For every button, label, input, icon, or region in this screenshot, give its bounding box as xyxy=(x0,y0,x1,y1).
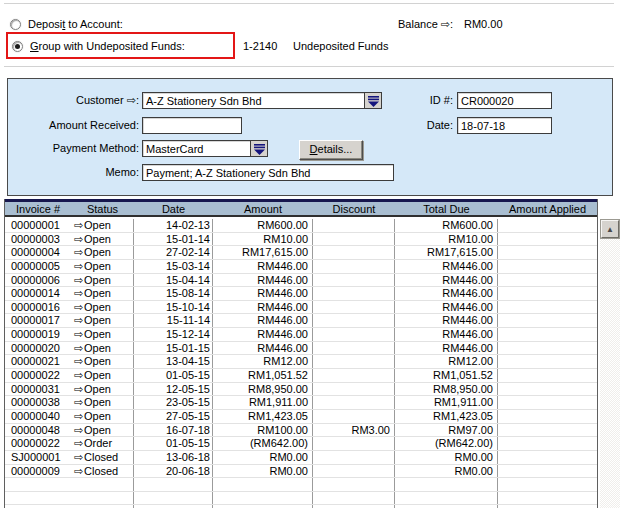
amount-applied-cell[interactable] xyxy=(498,465,597,478)
detail-arrow-icon[interactable]: ⇨ xyxy=(71,314,84,327)
table-row[interactable]: 00000001⇨Open14-02-13RM600.00RM600.00 xyxy=(5,219,597,233)
status-cell[interactable]: ⇨Open xyxy=(71,314,134,327)
discount-cell[interactable] xyxy=(313,274,395,287)
detail-arrow-icon[interactable]: ⇨ xyxy=(71,383,84,396)
amount-applied-cell[interactable] xyxy=(498,233,597,246)
status-cell[interactable]: ⇨Closed xyxy=(71,451,134,464)
detail-arrow-icon[interactable]: ⇨ xyxy=(71,287,84,300)
status-cell[interactable]: ⇨Open xyxy=(71,246,134,259)
amount-applied-cell[interactable] xyxy=(498,328,597,341)
detail-arrow-icon[interactable]: ⇨ xyxy=(71,369,84,382)
status-cell[interactable]: ⇨Open xyxy=(71,410,134,423)
amount-applied-cell[interactable] xyxy=(498,410,597,423)
detail-arrow-icon[interactable]: ⇨ xyxy=(71,396,84,409)
status-cell[interactable]: ⇨Open xyxy=(71,219,134,232)
discount-cell[interactable] xyxy=(313,219,395,232)
table-row[interactable]: 00000005⇨Open15-03-14RM446.00RM446.00 xyxy=(5,260,597,274)
payment-method-input[interactable] xyxy=(143,141,267,156)
table-row[interactable]: 00000016⇨Open15-10-14RM446.00RM446.00 xyxy=(5,301,597,315)
status-cell[interactable]: ⇨Open xyxy=(71,260,134,273)
amount-applied-cell[interactable] xyxy=(498,342,597,355)
table-row[interactable]: 00000022⇨Order01-05-15(RM642.00)(RM642.0… xyxy=(5,437,597,451)
status-cell[interactable]: ⇨Open xyxy=(71,328,134,341)
table-row[interactable]: 00000014⇨Open15-08-14RM446.00RM446.00 xyxy=(5,287,597,301)
table-row[interactable]: 00000006⇨Open15-04-14RM446.00RM446.00 xyxy=(5,274,597,288)
detail-arrow-icon[interactable]: ⇨ xyxy=(71,301,84,314)
detail-arrow-icon[interactable]: ⇨ xyxy=(71,355,84,368)
discount-cell[interactable] xyxy=(313,246,395,259)
status-cell[interactable]: ⇨Open xyxy=(71,396,134,409)
detail-arrow-icon[interactable]: ⇨ xyxy=(71,233,84,246)
status-cell[interactable]: ⇨Open xyxy=(71,274,134,287)
amount-received-field[interactable] xyxy=(142,117,242,134)
amount-applied-cell[interactable] xyxy=(498,424,597,437)
payment-method-dropdown-icon[interactable] xyxy=(250,141,267,156)
discount-cell[interactable] xyxy=(313,465,395,478)
status-cell[interactable]: ⇨Open xyxy=(71,383,134,396)
memo-input[interactable] xyxy=(143,165,393,180)
detail-arrow-icon[interactable]: ⇨ xyxy=(71,219,84,232)
scroll-up-icon[interactable]: ▲ xyxy=(601,220,619,238)
table-row[interactable]: 00000003⇨Open15-01-14RM10.00RM10.00 xyxy=(5,233,597,247)
customer-combo[interactable] xyxy=(142,92,382,109)
discount-cell[interactable] xyxy=(313,396,395,409)
detail-arrow-icon[interactable]: ⇨ xyxy=(71,424,84,437)
status-cell[interactable]: ⇨Open xyxy=(71,369,134,382)
detail-arrow-icon[interactable]: ⇨ xyxy=(71,410,84,423)
discount-cell[interactable] xyxy=(313,437,395,450)
amount-applied-cell[interactable] xyxy=(498,314,597,327)
status-cell[interactable]: ⇨Closed xyxy=(71,465,134,478)
table-row[interactable]: 00000009⇨Closed20-06-18RM0.00RM0.00 xyxy=(5,465,597,479)
table-row[interactable]: 00000038⇨Open23-05-15RM1,911.00RM1,911.0… xyxy=(5,396,597,410)
discount-cell[interactable]: RM3.00 xyxy=(313,424,395,437)
group-undeposited-funds-label[interactable]: Group with Undeposited Funds: xyxy=(30,40,185,52)
status-cell[interactable]: ⇨Open xyxy=(71,233,134,246)
table-row[interactable]: 00000019⇨Open15-12-14RM446.00RM446.00 xyxy=(5,328,597,342)
amount-applied-cell[interactable] xyxy=(498,396,597,409)
date-input[interactable] xyxy=(458,118,551,133)
detail-arrow-icon[interactable]: ⇨ xyxy=(71,451,84,464)
customer-input[interactable] xyxy=(143,93,381,108)
status-cell[interactable]: ⇨Order xyxy=(71,437,134,450)
table-row[interactable]: 00000040⇨Open27-05-15RM1,423.05RM1,423.0… xyxy=(5,410,597,424)
table-scrollbar[interactable]: ▲ xyxy=(600,219,620,508)
plain-arrow-icon[interactable]: ⇨ xyxy=(71,437,84,450)
table-row[interactable]: 00000022⇨Open01-05-15RM1,051.52RM1,051.5… xyxy=(5,369,597,383)
amount-applied-cell[interactable] xyxy=(498,355,597,368)
status-cell[interactable]: ⇨Open xyxy=(71,287,134,300)
detail-arrow-icon[interactable]: ⇨ xyxy=(71,465,84,478)
discount-cell[interactable] xyxy=(313,233,395,246)
discount-cell[interactable] xyxy=(313,369,395,382)
memo-field[interactable] xyxy=(142,164,394,181)
discount-cell[interactable] xyxy=(313,328,395,341)
payment-method-combo[interactable] xyxy=(142,140,268,157)
id-field[interactable] xyxy=(457,92,552,109)
status-cell[interactable]: ⇨Open xyxy=(71,301,134,314)
amount-applied-cell[interactable] xyxy=(498,437,597,450)
discount-cell[interactable] xyxy=(313,287,395,300)
status-cell[interactable]: ⇨Open xyxy=(71,342,134,355)
amount-applied-cell[interactable] xyxy=(498,246,597,259)
deposit-to-account-radio[interactable] xyxy=(10,19,21,30)
table-row[interactable]: 00000017⇨Open15-11-14RM446.00RM446.00 xyxy=(5,314,597,328)
discount-cell[interactable] xyxy=(313,314,395,327)
amount-applied-cell[interactable] xyxy=(498,451,597,464)
amount-applied-cell[interactable] xyxy=(498,383,597,396)
amount-applied-cell[interactable] xyxy=(498,369,597,382)
date-field[interactable] xyxy=(457,117,552,134)
amount-applied-cell[interactable] xyxy=(498,219,597,232)
detail-arrow-icon[interactable]: ⇨ xyxy=(71,274,84,287)
discount-cell[interactable] xyxy=(313,410,395,423)
group-undeposited-funds-radio[interactable] xyxy=(12,41,23,52)
amount-applied-cell[interactable] xyxy=(498,301,597,314)
amount-applied-cell[interactable] xyxy=(498,274,597,287)
table-row[interactable]: 00000031⇨Open12-05-15RM8,950.00RM8,950.0… xyxy=(5,383,597,397)
discount-cell[interactable] xyxy=(313,342,395,355)
deposit-to-account-label[interactable]: Deposit to Account: xyxy=(28,18,123,30)
id-input[interactable] xyxy=(458,93,551,108)
table-row[interactable]: 00000048⇨Open16-07-18RM100.00RM3.00RM97.… xyxy=(5,424,597,438)
status-cell[interactable]: ⇨Open xyxy=(71,424,134,437)
status-cell[interactable]: ⇨Open xyxy=(71,355,134,368)
detail-arrow-icon[interactable]: ⇨ xyxy=(71,342,84,355)
detail-arrow-icon[interactable]: ⇨ xyxy=(71,328,84,341)
